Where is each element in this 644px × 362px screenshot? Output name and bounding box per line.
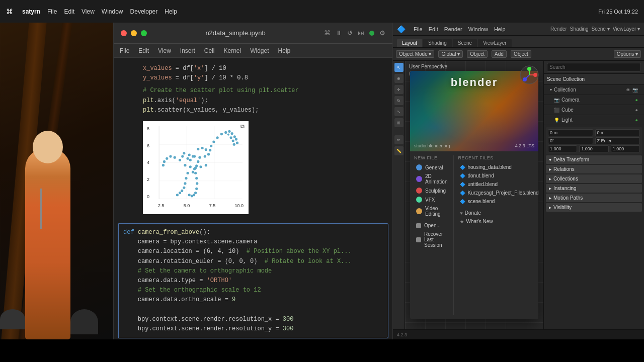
tab-layout[interactable]: Layout	[397, 39, 422, 47]
rotate-tool[interactable]: ↻	[394, 96, 404, 105]
options-btn[interactable]: Options ▾	[614, 50, 641, 58]
nb-menu-help[interactable]: Help	[278, 47, 291, 54]
menu-help[interactable]: Help	[165, 8, 177, 15]
maximize-button[interactable]	[141, 30, 147, 36]
nb-menu-edit[interactable]: Edit	[138, 47, 149, 54]
cell-content-1[interactable]: x_values = df['x'] / 10 y_values = df['y…	[143, 64, 388, 83]
prop-header-relations[interactable]: ▸ Relations	[546, 165, 642, 173]
scale-x[interactable]: 1.000	[548, 145, 577, 152]
scale-z[interactable]: 1.000	[611, 145, 640, 152]
prop-header-delta[interactable]: ▾ Delta Transform	[546, 155, 642, 164]
splash-item-vfx[interactable]: VFX	[414, 196, 449, 204]
measure-tool[interactable]: 📏	[394, 146, 404, 155]
splash-item-video-editing[interactable]: Video Editing	[414, 205, 449, 218]
camera-visibility[interactable]: ●	[635, 98, 638, 103]
delta-collapse-icon: ▾	[549, 157, 551, 162]
svg-point-11	[233, 135, 236, 138]
menu-view[interactable]: View	[82, 8, 95, 15]
svg-point-26	[188, 153, 191, 156]
recent-scene[interactable]: 🔷 scene.blend	[458, 198, 538, 205]
tab-viewlayer[interactable]: ViewLayer	[478, 39, 512, 47]
notebook-content[interactable]: x_values = df['x'] / 10 y_values = df['y…	[114, 58, 392, 339]
copy-output-icon[interactable]: ⧉	[240, 123, 245, 130]
light-visibility[interactable]: ●	[635, 118, 638, 123]
nb-menu-view[interactable]: View	[158, 47, 171, 54]
cell-content-2[interactable]: # Create the scatter plot using plt.scat…	[143, 86, 388, 115]
object-mode-dropdown[interactable]: Object Mode ▾	[396, 50, 434, 58]
menu-file[interactable]: File	[47, 8, 57, 15]
add-menu[interactable]: Add	[492, 50, 507, 58]
menu-window[interactable]: Window	[102, 8, 123, 15]
object-menu-2[interactable]: Object	[511, 50, 531, 58]
code-line: camera = bpy.context.scene.camera	[123, 237, 384, 247]
recent-untitled[interactable]: 🔷 untitled.blend	[458, 180, 538, 188]
scene-dropdown[interactable]: Scene ▾	[592, 26, 610, 32]
nb-menu-widget[interactable]: Widget	[250, 47, 269, 54]
prop-header-collections[interactable]: ▸ Collections	[546, 174, 642, 183]
splash-item-open[interactable]: Open...	[414, 222, 449, 229]
svg-point-35	[184, 164, 186, 166]
render-icon[interactable]: Render	[550, 26, 567, 32]
cursor-tool[interactable]: ⊕	[394, 74, 404, 83]
cube-visibility[interactable]: ●	[635, 108, 638, 113]
main-content: n2data_simple.ipynb ⌘ ⏸ ↺ ⏭ ⚙ File Edit …	[0, 23, 644, 339]
splash-item-recover[interactable]: Recover Last Session	[414, 230, 449, 249]
annotate-tool[interactable]: ✏	[394, 135, 404, 144]
close-button[interactable]	[121, 30, 127, 36]
blender-splash-screen[interactable]: blender 4.2.3 LTS studio.blender.org New…	[410, 71, 538, 319]
svg-point-19	[212, 140, 215, 143]
y-value[interactable]: 0 m	[595, 129, 640, 136]
global-dropdown[interactable]: Global ▾	[438, 50, 463, 58]
blender-menu-file[interactable]: File	[414, 26, 423, 32]
select-tool[interactable]: ↖	[394, 63, 404, 72]
shading-icon[interactable]: Shading	[570, 26, 589, 32]
minimize-button[interactable]	[131, 30, 137, 36]
collection-visibility-icon[interactable]: 👁	[626, 87, 630, 93]
tab-scene[interactable]: Scene	[453, 39, 477, 47]
transform-tool[interactable]: ⊞	[394, 118, 404, 127]
blender-viewport[interactable]: User Perspective (1) Collection | Cube b…	[405, 61, 543, 329]
settings-icon[interactable]: ⚙	[379, 29, 385, 37]
blender-menu-render[interactable]: Render	[444, 26, 462, 32]
x-value[interactable]: 0 m	[548, 129, 593, 136]
refresh-icon[interactable]: ↺	[347, 29, 353, 37]
prop-header-visibility[interactable]: ▸ Visibility	[546, 203, 642, 212]
code-line: bpy.context.scene.render.resolution_x = …	[123, 315, 384, 324]
rot-value[interactable]: 0°	[548, 137, 593, 144]
nb-menu-insert[interactable]: Insert	[180, 47, 195, 54]
viewlayer-dropdown[interactable]: ViewLayer ▾	[613, 26, 640, 32]
blender-menu-help[interactable]: Help	[494, 26, 506, 32]
svg-point-10	[231, 132, 233, 135]
pause-icon[interactable]: ⏸	[336, 29, 342, 37]
recent-housing[interactable]: 🔷 housing_data.blend	[458, 163, 538, 171]
blender-menu-window[interactable]: Window	[468, 26, 488, 32]
recent-donut[interactable]: 🔷 donut.blend	[458, 172, 538, 179]
nb-menu-kernel[interactable]: Kernel	[224, 47, 242, 54]
object-menu[interactable]: Object	[467, 50, 488, 58]
splash-item-2d-anim[interactable]: 2D Animation	[414, 172, 449, 186]
splash-whats-new[interactable]: ★ What's New	[458, 218, 538, 225]
move-tool[interactable]: ✛	[394, 85, 404, 94]
scale-y[interactable]: 1.000	[579, 145, 608, 152]
code-cell-3[interactable]: def camera_from_above(): camera = bpy.co…	[118, 223, 388, 338]
collection-render-icon[interactable]: 📷	[632, 87, 638, 93]
command-icon[interactable]: ⌘	[324, 29, 331, 37]
nb-menu-file[interactable]: File	[120, 47, 129, 54]
splash-item-general[interactable]: General	[414, 163, 449, 171]
menu-edit[interactable]: Edit	[64, 8, 74, 15]
splash-item-sculpting[interactable]: Sculpting	[414, 187, 449, 195]
nb-menu-cell[interactable]: Cell	[204, 47, 215, 54]
tab-shading[interactable]: Shading	[423, 39, 452, 47]
scale-tool[interactable]: ⤡	[394, 107, 404, 116]
speaker-microphone	[40, 189, 42, 229]
blender-menu-edit[interactable]: Edit	[429, 26, 438, 32]
menu-developer[interactable]: Developer	[130, 8, 158, 15]
splash-donate[interactable]: ♥ Donate	[458, 209, 538, 217]
skip-forward-icon[interactable]: ⏭	[358, 29, 364, 37]
recent-kurzgesagt[interactable]: 🔷 Kurzgesagt_Project_Files.blend	[458, 189, 538, 197]
prop-header-motion-paths[interactable]: ▸ Motion Paths	[546, 194, 642, 202]
prop-header-instancing[interactable]: ▸ Instancing	[546, 184, 642, 193]
collection-expand-icon[interactable]: ▾	[550, 87, 552, 92]
outliner-search[interactable]	[547, 63, 641, 72]
viewport-gizmo[interactable]	[519, 65, 539, 85]
